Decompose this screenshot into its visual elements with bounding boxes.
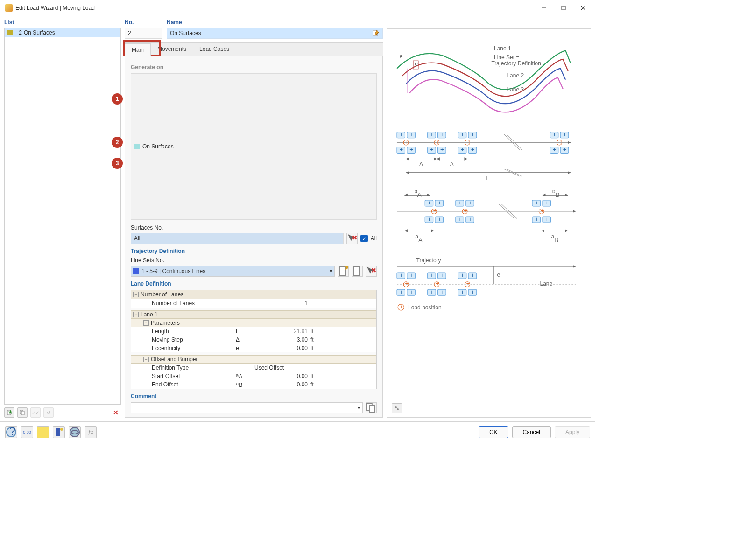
tab-main[interactable]: Main (125, 43, 151, 56)
tab-load-cases[interactable]: Load Cases (193, 43, 236, 56)
svg-text:Lane: Lane (540, 280, 552, 287)
fx-button[interactable]: ƒx (85, 426, 97, 438)
svg-text:Δ: Δ (450, 161, 454, 168)
comment-field[interactable]: ▾ (131, 402, 363, 413)
svg-rect-170 (56, 428, 60, 436)
list-box[interactable]: 2 On Surfaces (4, 28, 121, 405)
table-row[interactable]: Start Offset aA 0.00 ft (131, 372, 376, 380)
diagram-config-button[interactable] (392, 403, 402, 413)
apply-button[interactable]: Apply (555, 426, 590, 438)
pick-surfaces-button[interactable] (346, 233, 358, 244)
copy-button[interactable] (17, 407, 28, 418)
trajectory-title: Trajectory Definition (131, 248, 377, 254)
svg-line-167 (396, 408, 397, 409)
linesets-combo[interactable]: 1 - 5-9 | Continuous Lines ▾ (131, 266, 335, 277)
svg-rect-17 (369, 406, 374, 413)
svg-text:Line Set =: Line Set = (494, 54, 520, 61)
svg-text:+: + (458, 216, 462, 223)
collapse-icon[interactable]: − (143, 357, 149, 362)
svg-text:+: + (464, 208, 467, 215)
close-button[interactable] (573, 1, 593, 15)
svg-text:+: + (428, 216, 431, 223)
svg-text:bB: bB (552, 190, 560, 198)
svg-text:+: + (436, 280, 439, 287)
callout-1: 1 (112, 93, 123, 105)
surfaces-no-field[interactable]: All (131, 233, 344, 244)
globe-button[interactable] (69, 426, 81, 438)
list-item-name: On Surfaces (24, 29, 55, 36)
svg-text:+: + (409, 288, 413, 295)
list-item[interactable]: 2 On Surfaces (5, 28, 120, 37)
table-row[interactable]: Moving Step Δ 3.00 ft (131, 336, 376, 344)
svg-text:+: + (461, 146, 465, 153)
svg-text:+: + (535, 216, 539, 223)
no-field[interactable]: 2 (125, 28, 162, 39)
table-row[interactable]: End Offset aB 0.00 ft (131, 380, 376, 389)
svg-text:e: e (415, 61, 418, 67)
svg-text:+: + (553, 131, 557, 138)
svg-text:Trajectory: Trajectory (416, 257, 441, 264)
collapse-icon[interactable]: − (133, 312, 139, 317)
linesets-label: Line Sets No. (131, 257, 377, 264)
app-icon (5, 4, 13, 12)
maximize-button[interactable] (554, 1, 573, 15)
edit-lineset-button[interactable] (352, 266, 363, 277)
color-button[interactable] (37, 426, 49, 438)
tree-header[interactable]: − Number of Lanes (131, 290, 376, 299)
new-button[interactable]: ★ (4, 407, 14, 418)
svg-text:+: + (405, 139, 409, 146)
svg-text:+: + (545, 199, 549, 206)
collapse-icon[interactable]: − (143, 320, 149, 326)
table-row[interactable]: Length L 21.91 ft (131, 327, 376, 336)
comment-row: Comment ▾ (131, 389, 377, 413)
dialog-window: Edit Load Wizard | Moving Load List 2 On… (0, 0, 595, 442)
collapse-icon[interactable]: − (133, 292, 139, 297)
check-button[interactable]: ✓✓ (30, 407, 41, 418)
svg-text:+: + (399, 303, 403, 310)
wizard-icon-button[interactable] (53, 426, 65, 438)
svg-rect-1 (562, 6, 565, 10)
all-checkbox[interactable] (360, 235, 368, 242)
lane-def-tree[interactable]: − Number of Lanes Number of Lanes 1 (131, 290, 377, 389)
table-row[interactable]: Definition Type Used Offset (131, 364, 376, 372)
cancel-button[interactable]: Cancel (512, 426, 551, 438)
table-row[interactable]: Number of Lanes 1 (131, 299, 376, 308)
svg-text:+: + (430, 288, 434, 295)
svg-text:★: ★ (8, 410, 12, 415)
svg-text:aB: aB (551, 233, 559, 244)
svg-text:+: + (541, 208, 544, 215)
tree-group-offset[interactable]: − Offset and Bumper (131, 355, 376, 364)
svg-text:+: + (558, 139, 562, 146)
lane-def-title: Lane Definition (131, 280, 377, 287)
header-inputs: No. 2 Name On Surfaces (125, 19, 383, 39)
uncheck-button[interactable]: ↺ (43, 407, 54, 418)
tree-group-lane1[interactable]: − Lane 1 (131, 310, 376, 319)
svg-text:e: e (497, 272, 500, 278)
minimize-button[interactable] (534, 1, 554, 15)
units-button[interactable]: 0,00 (21, 426, 33, 438)
help-button[interactable]: ? (5, 426, 17, 438)
svg-point-171 (60, 428, 63, 431)
svg-text:+: + (409, 131, 413, 138)
ok-button[interactable]: OK (479, 426, 508, 438)
svg-text:Load position: Load position (408, 304, 442, 311)
name-field[interactable]: On Surfaces (167, 28, 383, 39)
callout-2: 2 (112, 137, 123, 148)
svg-text:+: + (535, 199, 539, 206)
svg-text:+: + (409, 146, 413, 153)
tree-group-params[interactable]: − Parameters (131, 319, 376, 327)
svg-text:+: + (399, 131, 403, 138)
svg-text:bA: bA (414, 190, 422, 198)
delete-button[interactable]: ✕ (111, 407, 121, 418)
svg-text:+: + (440, 146, 444, 153)
svg-text:+: + (466, 139, 470, 146)
comment-library-button[interactable] (366, 402, 377, 413)
pick-lineset-button[interactable] (366, 266, 377, 277)
svg-text:+: + (461, 272, 465, 279)
svg-rect-13 (354, 267, 360, 275)
new-lineset-button[interactable]: ★ (338, 266, 349, 277)
table-row[interactable]: Eccentricity e 0.00 ft (131, 344, 376, 352)
edit-icon[interactable] (372, 29, 380, 37)
svg-text:+: + (468, 216, 472, 223)
svg-line-53 (507, 134, 522, 150)
